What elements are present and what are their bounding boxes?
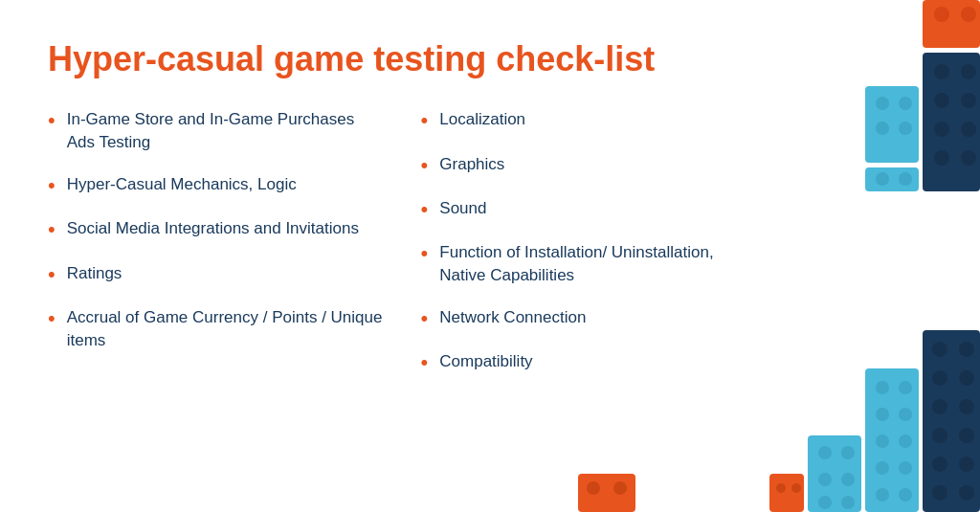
svg-point-18	[876, 172, 889, 186]
svg-point-26	[959, 399, 974, 414]
svg-point-7	[961, 93, 976, 108]
svg-point-13	[876, 97, 889, 110]
svg-rect-54	[578, 474, 635, 512]
page: Hyper-casual game testing check-list In-…	[0, 0, 980, 512]
svg-rect-20	[923, 330, 980, 512]
svg-point-28	[959, 428, 974, 443]
svg-point-8	[934, 122, 949, 137]
svg-point-35	[899, 381, 912, 394]
svg-point-41	[899, 461, 912, 475]
page-title: Hyper-casual game testing check-list	[48, 38, 932, 79]
svg-point-4	[934, 64, 949, 79]
svg-point-45	[818, 446, 832, 459]
svg-point-22	[959, 342, 974, 357]
svg-point-38	[876, 434, 889, 448]
left-column: In-Game Store and In-Game Purchases Ads …	[48, 108, 383, 395]
svg-point-47	[818, 473, 832, 486]
list-item: Localization	[421, 108, 756, 133]
list-item: Accrual of Game Currency / Points / Uniq…	[48, 306, 383, 352]
svg-point-32	[959, 485, 974, 501]
svg-point-36	[876, 408, 889, 421]
content-columns: In-Game Store and In-Game Purchases Ads …	[48, 108, 755, 395]
list-item: Network Connection	[421, 306, 756, 331]
right-column: LocalizationGraphicsSoundFunction of Ins…	[421, 108, 756, 395]
svg-point-14	[899, 97, 912, 110]
list-item: Graphics	[421, 153, 756, 178]
list-item: In-Game Store and In-Game Purchases Ads …	[48, 108, 383, 154]
svg-point-21	[932, 342, 947, 357]
svg-point-43	[899, 488, 912, 501]
svg-rect-51	[769, 474, 804, 512]
svg-point-49	[818, 496, 832, 509]
svg-point-50	[841, 496, 855, 509]
svg-point-46	[841, 446, 855, 459]
list-item: Social Media Integrations and Invitation…	[48, 217, 383, 242]
svg-point-23	[932, 370, 947, 386]
svg-point-5	[961, 64, 976, 79]
svg-point-40	[876, 461, 889, 475]
svg-point-52	[776, 483, 786, 493]
list-item: Function of Installation/ Uninstallation…	[421, 241, 756, 287]
svg-point-25	[932, 399, 947, 414]
left-list: In-Game Store and In-Game Purchases Ads …	[48, 108, 383, 351]
svg-point-34	[876, 381, 889, 394]
svg-point-31	[932, 485, 947, 501]
svg-point-29	[932, 456, 947, 472]
list-item: Hyper-Casual Mechanics, Logic	[48, 173, 383, 198]
list-item: Sound	[421, 197, 756, 222]
svg-point-55	[587, 481, 600, 495]
svg-point-11	[961, 150, 976, 166]
svg-point-42	[876, 488, 889, 501]
svg-point-19	[899, 172, 912, 186]
svg-point-56	[613, 481, 627, 495]
svg-point-53	[791, 483, 801, 493]
svg-point-1	[934, 7, 949, 22]
svg-point-24	[959, 370, 974, 386]
svg-point-37	[899, 408, 912, 421]
right-list: LocalizationGraphicsSoundFunction of Ins…	[421, 108, 756, 376]
svg-point-6	[934, 93, 949, 108]
svg-rect-0	[923, 0, 980, 48]
list-item: Compatibility	[421, 350, 756, 375]
svg-point-48	[841, 473, 855, 486]
bottom-center-decoration	[578, 455, 635, 512]
svg-point-16	[899, 122, 912, 135]
list-item: Ratings	[48, 262, 383, 287]
svg-point-9	[961, 122, 976, 137]
svg-point-10	[934, 150, 949, 166]
svg-point-30	[959, 456, 974, 472]
top-right-decoration	[827, 0, 980, 191]
svg-point-27	[932, 428, 947, 443]
bottom-right-decoration	[769, 330, 980, 512]
svg-point-39	[899, 434, 912, 448]
svg-point-15	[876, 122, 889, 135]
svg-point-2	[961, 7, 976, 22]
